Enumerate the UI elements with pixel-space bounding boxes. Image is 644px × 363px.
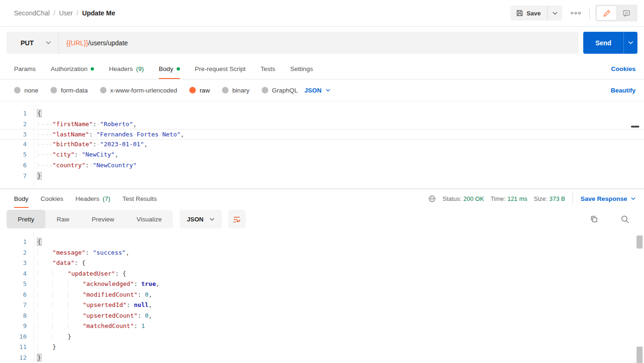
code-token-bh: { xyxy=(37,238,41,245)
tab-authorization[interactable]: Authorization xyxy=(51,59,94,79)
request-body-editor[interactable]: 1{2····"firstName":·"Roberto",3····"last… xyxy=(0,101,644,189)
code-token-g xyxy=(52,322,67,329)
code-token-s: Neto" xyxy=(162,131,180,138)
breadcrumb-folder[interactable]: User xyxy=(59,9,73,17)
code-token-g xyxy=(37,343,52,350)
send-options-button[interactable] xyxy=(623,32,637,54)
chevron-down-icon xyxy=(631,197,636,200)
body-type-raw[interactable]: raw xyxy=(189,87,210,94)
code-line[interactable]: 11 } xyxy=(0,342,644,353)
radio-icon-selected xyxy=(189,87,196,93)
cookies-link[interactable]: Cookies xyxy=(611,65,636,72)
radio-icon xyxy=(100,87,107,93)
tab-settings[interactable]: Settings xyxy=(290,59,313,79)
code-line[interactable]: 9 "matchedCount": 1 xyxy=(0,321,644,332)
tab-tests[interactable]: Tests xyxy=(260,59,275,79)
code-line[interactable]: 4····"birthDate":·"2023-01-01", xyxy=(0,139,644,150)
method-selector[interactable]: PUT xyxy=(7,39,58,47)
time-value: 121 ms xyxy=(508,195,528,202)
response-toolbar: Pretty Raw Preview Visualize JSON xyxy=(0,208,644,230)
comments-button[interactable] xyxy=(616,6,636,20)
code-line[interactable]: 2····"firstName":·"Roberto", xyxy=(0,119,644,130)
response-body-editor[interactable]: 1{2 "message": "success",3 "data": {4 "u… xyxy=(0,230,644,363)
view-raw[interactable]: Raw xyxy=(45,210,80,228)
code-line[interactable]: 7} xyxy=(0,171,644,182)
header-divider xyxy=(589,7,590,19)
code-line[interactable]: 8 "upsertedCount": 0, xyxy=(0,311,644,321)
tab-pre-request-script[interactable]: Pre-request Script xyxy=(195,59,246,79)
code-token-p: : xyxy=(137,291,145,298)
code-token-kw: null xyxy=(134,301,149,308)
code-line[interactable]: 1{ xyxy=(0,108,644,119)
body-type-binary[interactable]: binary xyxy=(222,87,250,94)
line-number: 1 xyxy=(0,237,27,248)
more-options-button[interactable] xyxy=(568,6,584,21)
search-response-button[interactable] xyxy=(617,212,633,227)
body-type-form-data[interactable]: form-data xyxy=(50,87,88,94)
search-icon xyxy=(621,215,630,224)
url-path: /users/update xyxy=(88,39,128,47)
code-token-kw: true xyxy=(141,280,156,287)
body-type-graphql[interactable]: GraphQL xyxy=(262,87,298,94)
edit-documentation-button[interactable] xyxy=(597,6,616,20)
network-globe-icon[interactable] xyxy=(428,195,436,203)
code-line[interactable]: 4 "updatedUser": { xyxy=(0,269,644,279)
raw-format-dropdown[interactable]: JSON xyxy=(304,87,330,94)
body-type-urlencoded[interactable]: x-www-form-urlencoded xyxy=(100,87,177,94)
copy-response-button[interactable] xyxy=(586,212,602,227)
code-token-k: "updatedUser" xyxy=(68,270,115,277)
code-token-k: "birthDate" xyxy=(52,141,93,148)
response-tab-cookies[interactable]: Cookies xyxy=(41,189,64,208)
code-line[interactable]: 7 "upsertedId": null, xyxy=(0,300,644,311)
tab-headers[interactable]: Headers (9) xyxy=(109,59,144,79)
code-line[interactable]: 3 "data": { xyxy=(0,258,644,269)
tab-authorization-label: Authorization xyxy=(51,65,88,72)
code-line[interactable]: 6 "modifiedCount": 0, xyxy=(0,290,644,300)
code-line[interactable]: 3····"lastName":·"Fernandes·Fortes·Neto"… xyxy=(0,129,644,140)
send-button[interactable]: Send xyxy=(583,32,623,54)
code-line[interactable]: 1{ xyxy=(0,237,644,248)
view-visualize[interactable]: Visualize xyxy=(125,210,173,228)
code-line[interactable]: 5····"city":·"NewCity", xyxy=(0,149,644,160)
beautify-link[interactable]: Beautify xyxy=(611,87,636,94)
view-preview[interactable]: Preview xyxy=(80,210,125,228)
tab-body[interactable]: Body xyxy=(159,59,180,79)
code-token-g: ···· xyxy=(37,121,52,128)
response-tab-headers[interactable]: Headers (7) xyxy=(76,189,111,208)
view-pretty[interactable]: Pretty xyxy=(7,210,45,228)
headers-count: (9) xyxy=(136,65,144,72)
code-line[interactable]: 2 "message": "success", xyxy=(0,248,644,258)
body-type-none[interactable]: none xyxy=(14,87,38,94)
save-button[interactable]: Save xyxy=(510,6,547,21)
radio-icon xyxy=(262,87,268,93)
save-options-button[interactable] xyxy=(547,6,562,21)
code-token-g xyxy=(68,301,83,308)
code-token-g: ···· xyxy=(37,151,52,158)
breadcrumb-request-name[interactable]: Update Me xyxy=(82,9,115,17)
code-token-p: : { xyxy=(115,270,126,277)
code-token-k: "data" xyxy=(52,259,74,266)
code-line[interactable]: 5 "acknowledged": true, xyxy=(0,279,644,290)
code-token-d: · xyxy=(158,131,162,138)
breadcrumb-collection[interactable]: SecondChal xyxy=(14,9,50,17)
save-response-dropdown[interactable]: Save Response xyxy=(580,195,636,202)
response-tab-body[interactable]: Body xyxy=(14,189,29,208)
status-value: 200 OK xyxy=(464,195,484,202)
request-tabs: Params Authorization Headers (9) Body Pr… xyxy=(0,59,644,79)
line-number: 10 xyxy=(0,332,27,342)
wrap-lines-button[interactable] xyxy=(228,210,246,228)
response-format-dropdown[interactable]: JSON xyxy=(179,210,222,228)
chevron-down-icon xyxy=(326,89,330,92)
code-token-g xyxy=(52,333,67,340)
code-line[interactable]: 6····"country":·"NewCountry" xyxy=(0,160,644,171)
code-token-g xyxy=(37,259,52,266)
url-input[interactable]: {{URL}}/users/update xyxy=(66,39,128,47)
code-line[interactable]: 10 } xyxy=(0,332,644,342)
response-tab-test-results[interactable]: Test Results xyxy=(122,189,157,208)
code-token-p: , xyxy=(133,121,137,128)
tab-params[interactable]: Params xyxy=(14,59,36,79)
response-size: Size:373 B xyxy=(534,195,565,202)
code-token-g xyxy=(37,249,52,256)
code-line[interactable]: 12} xyxy=(0,353,644,363)
code-token-k: "firstName" xyxy=(52,121,93,128)
